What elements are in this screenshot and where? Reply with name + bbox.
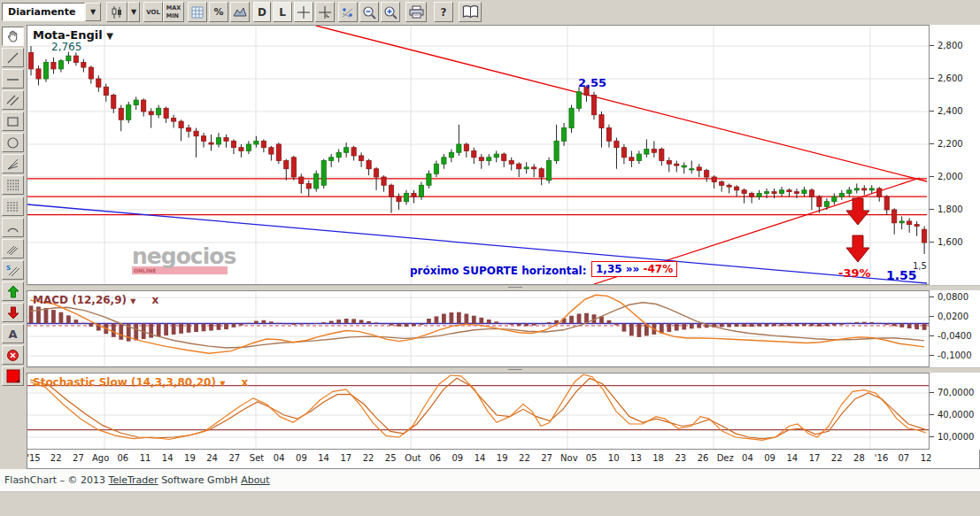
- symbol-label[interactable]: Mota-Engil ▼: [33, 28, 113, 42]
- y-axis-label: 2,800: [938, 41, 963, 50]
- chevron-down-icon: ▼: [131, 9, 136, 16]
- macd-title[interactable]: MACD (12,26,9) ▼ x: [33, 294, 158, 306]
- gann-fan-icon: [6, 158, 19, 171]
- parallel-lines-icon: [6, 94, 19, 107]
- grid-toggle-button[interactable]: [188, 2, 207, 22]
- x-axis-label: Out: [405, 453, 421, 463]
- diagonal-line-icon: [6, 51, 19, 65]
- daily-mode-button[interactable]: D: [253, 2, 271, 22]
- axis-tick: [930, 78, 934, 79]
- teletrader-link[interactable]: TeleTrader: [109, 474, 158, 486]
- horizontal-line-tool-button[interactable]: [2, 69, 24, 89]
- y-axis-label: 1,800: [938, 204, 963, 214]
- ellipse-tool-button[interactable]: [2, 133, 24, 152]
- x-axis-label: 12: [921, 453, 932, 463]
- printer-icon: [409, 5, 424, 19]
- percent-scale-button[interactable]: %: [209, 2, 228, 22]
- chart-type-dropdown-button[interactable]: ▼: [127, 2, 140, 22]
- x-axis-label: 22: [363, 453, 374, 463]
- speed-lines-icon: [6, 243, 19, 256]
- zoom-in-button[interactable]: [381, 2, 400, 22]
- chevron-down-icon: ▼: [90, 9, 96, 16]
- y-axis-label: 2,200: [938, 139, 963, 149]
- axis-tick: [930, 297, 934, 297]
- y-axis-label: 10,0000: [938, 432, 974, 442]
- time-axis[interactable]: '152227Ago061114192427Set040914172225Out…: [27, 450, 980, 469]
- interval-dropdown-button[interactable]: ▼: [85, 3, 101, 21]
- axis-tick: [930, 209, 934, 210]
- color-swatch-icon: [6, 369, 20, 383]
- arrow-up-marker-button[interactable]: [2, 281, 24, 301]
- crosshair-button[interactable]: [294, 2, 313, 22]
- fib-retracement-tool-button[interactable]: [2, 196, 24, 216]
- macd-close-icon[interactable]: x: [152, 294, 159, 306]
- draw-indicator-button[interactable]: [338, 2, 358, 22]
- main-chart[interactable]: Mota-Engil ▼ 2,765 2,55 próximo SUPORTE …: [27, 25, 930, 285]
- manual-button[interactable]: [459, 2, 482, 22]
- x-axis-label: 27: [73, 453, 84, 463]
- std-deviation-icon: S: [5, 264, 20, 277]
- stochastic-title-text: Stochastic Slow (14,3,3,80,20): [33, 376, 216, 389]
- ellipse-icon: [6, 136, 19, 150]
- rectangle-tool-button[interactable]: [2, 112, 24, 131]
- log-scale-label: L: [279, 6, 286, 19]
- x-axis-label: '15: [27, 453, 40, 463]
- support-target-box: 1,35 »» -47%: [591, 261, 677, 277]
- axis-tick: [930, 242, 934, 243]
- fan-lines-tool-button[interactable]: [2, 154, 24, 173]
- help-button[interactable]: ?: [434, 2, 453, 22]
- vertical-lines-icon: [6, 179, 19, 192]
- horizontal-line-icon: [6, 73, 19, 86]
- stochastic-close-icon[interactable]: x: [241, 376, 248, 389]
- macd-axis[interactable]: 0,08000,0200-0,0400-0,1000: [930, 290, 980, 367]
- speed-lines-tool-button[interactable]: [2, 239, 24, 258]
- x-axis-label: 28: [853, 453, 865, 463]
- price-axis[interactable]: 2,8002,6002,4002,2002,0001,8001,600: [930, 25, 980, 285]
- std-deviation-tool-button[interactable]: S: [2, 260, 24, 280]
- x-axis-label: 06: [429, 453, 441, 463]
- axis-tick: [930, 45, 934, 46]
- y-axis-label: -0,0400: [938, 331, 972, 341]
- hand-icon: [6, 29, 19, 43]
- delete-drawing-button[interactable]: [2, 345, 24, 365]
- stochastic-axis[interactable]: 70,000040,000010,0000: [930, 373, 980, 450]
- help-icon: ?: [441, 6, 447, 19]
- trendline-tool-button[interactable]: [2, 48, 24, 67]
- macd-panel[interactable]: MACD (12,26,9) ▼ x: [27, 290, 930, 367]
- crosshair-tracking-button[interactable]: [315, 2, 335, 22]
- pan-tool-button[interactable]: [2, 27, 24, 46]
- log-scale-button[interactable]: L: [273, 2, 292, 22]
- macd-plot: [27, 291, 929, 366]
- chart-type-button[interactable]: [106, 2, 127, 22]
- x-axis-label: 04: [274, 453, 285, 463]
- flashchart-app: Diariamente ▼ ▼ VOL MAX MIN: [0, 0, 980, 516]
- print-button[interactable]: [405, 2, 427, 22]
- chevron-down-icon: ▼: [220, 380, 225, 388]
- parallel-lines-tool-button[interactable]: [2, 90, 24, 110]
- footer-text: FlashChart – © 2013: [4, 474, 109, 486]
- arrow-down-marker-button[interactable]: [2, 303, 24, 322]
- area-chart-button[interactable]: [230, 2, 250, 22]
- y-axis-label: 1,600: [938, 237, 963, 247]
- stochastic-panel[interactable]: Stochastic Slow (14,3,3,80,20) ▼ x: [27, 373, 930, 450]
- y-axis-label: 70,0000: [938, 388, 974, 397]
- footer-text: Software GmbH: [158, 474, 241, 486]
- zoom-out-button[interactable]: [359, 2, 379, 22]
- sparkle-lines-icon: [341, 5, 355, 19]
- watermark-text: negocios: [132, 247, 235, 266]
- volume-button[interactable]: VOL: [143, 2, 163, 22]
- about-link[interactable]: About: [241, 474, 270, 486]
- fib-timezones-tool-button[interactable]: [2, 175, 24, 195]
- max-min-button[interactable]: MAX MIN: [163, 2, 184, 22]
- red-down-arrow-icon: [7, 306, 19, 320]
- color-picker-button[interactable]: [2, 366, 24, 386]
- axis-tick: [930, 335, 934, 336]
- crosshair-icon: [297, 5, 311, 19]
- stochastic-title[interactable]: Stochastic Slow (14,3,3,80,20) ▼ x: [33, 376, 248, 389]
- toolbar: Diariamente ▼ ▼ VOL MAX MIN: [0, 0, 980, 26]
- price-label: 2,765: [51, 41, 81, 53]
- text-tool-button[interactable]: A: [2, 324, 24, 343]
- x-axis-label: 26: [698, 453, 709, 463]
- fib-arcs-tool-button[interactable]: [2, 218, 24, 237]
- interval-dropdown[interactable]: Diariamente: [2, 3, 85, 21]
